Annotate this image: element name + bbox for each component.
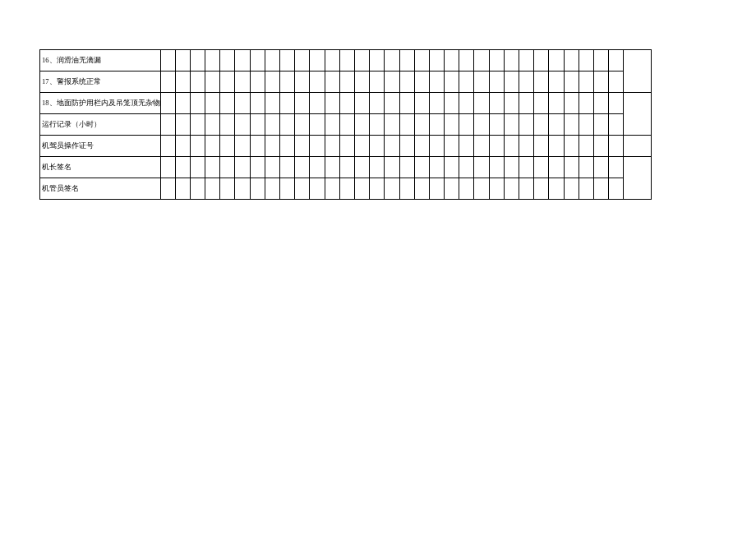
cell: [445, 50, 459, 71]
cell: [354, 71, 369, 93]
cell: [265, 114, 279, 136]
cell: [354, 93, 369, 114]
cell: [399, 178, 414, 200]
cell: [609, 178, 624, 200]
cell: [235, 71, 250, 93]
cell: [519, 93, 534, 114]
cell: [459, 71, 474, 93]
table-row: 18、地面防护用栏内及吊笼顶无杂物: [40, 93, 652, 114]
cell: [280, 136, 295, 157]
cell: [474, 114, 489, 136]
cell: [519, 136, 534, 157]
extra-cell: [624, 136, 652, 157]
table-row: 16、润滑油无滴漏: [40, 50, 652, 71]
cell: [295, 114, 310, 136]
cell: [205, 178, 220, 200]
cell: [579, 178, 593, 200]
cell: [175, 50, 190, 71]
cell: [593, 114, 608, 136]
cell: [504, 50, 519, 71]
cell: [205, 50, 220, 71]
cell: [280, 93, 295, 114]
cell: [160, 114, 175, 136]
cell: [295, 50, 310, 71]
cell: [459, 93, 474, 114]
cell: [370, 136, 385, 157]
cell: [549, 178, 564, 200]
cell: [370, 114, 385, 136]
cell: [459, 157, 474, 178]
cell: [459, 114, 474, 136]
cell: [445, 157, 459, 178]
inspection-table-wrapper: 16、润滑油无滴漏: [39, 49, 756, 200]
cell: [310, 157, 325, 178]
cell: [175, 136, 190, 157]
cell: [160, 178, 175, 200]
cell: [325, 114, 339, 136]
cell: [445, 71, 459, 93]
cell: [474, 136, 489, 157]
cell: [250, 71, 265, 93]
cell: [414, 114, 429, 136]
cell: [459, 136, 474, 157]
cell: [579, 71, 593, 93]
cell: [385, 93, 399, 114]
cell: [429, 157, 444, 178]
cell: [280, 50, 295, 71]
table-row: 运行记录（小时）: [40, 114, 652, 136]
cell: [385, 178, 399, 200]
cell: [609, 71, 624, 93]
cell: [220, 136, 235, 157]
cell: [190, 136, 205, 157]
cell: [190, 93, 205, 114]
cell: [250, 50, 265, 71]
cell: [399, 93, 414, 114]
cell: [429, 114, 444, 136]
cell: [235, 136, 250, 157]
cell: [220, 114, 235, 136]
cell: [310, 71, 325, 93]
cell: [504, 157, 519, 178]
cell: [160, 136, 175, 157]
cell: [250, 178, 265, 200]
cell: [534, 136, 549, 157]
cell: [310, 136, 325, 157]
cell: [609, 114, 624, 136]
cell: [354, 114, 369, 136]
table-row: 机管员签名: [40, 178, 652, 200]
table-row: 17、警报系统正常: [40, 71, 652, 93]
cell: [414, 157, 429, 178]
cell: [325, 136, 339, 157]
cell: [579, 136, 593, 157]
cell: [519, 71, 534, 93]
cell: [593, 136, 608, 157]
cell: [220, 157, 235, 178]
cell: [593, 71, 608, 93]
cell: [445, 136, 459, 157]
cell: [265, 178, 279, 200]
cell: [534, 178, 549, 200]
cell: [339, 178, 354, 200]
cell: [160, 50, 175, 71]
cell: [534, 50, 549, 71]
cell: [579, 114, 593, 136]
cell: [235, 178, 250, 200]
cell: [160, 93, 175, 114]
cell: [445, 178, 459, 200]
cell: [370, 93, 385, 114]
cell: [504, 178, 519, 200]
cell: [265, 157, 279, 178]
cell: [534, 114, 549, 136]
cell: [235, 114, 250, 136]
row-label: 17、警报系统正常: [40, 71, 161, 93]
cell: [399, 114, 414, 136]
cell: [325, 71, 339, 93]
cell: [339, 114, 354, 136]
cell: [339, 50, 354, 71]
cell: [593, 178, 608, 200]
cell: [220, 71, 235, 93]
cell: [564, 114, 579, 136]
cell: [474, 71, 489, 93]
cell: [549, 50, 564, 71]
cell: [385, 71, 399, 93]
